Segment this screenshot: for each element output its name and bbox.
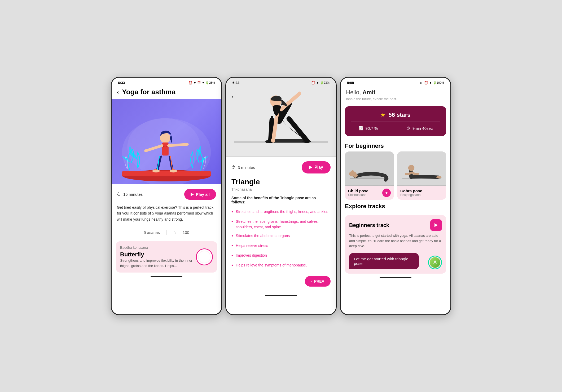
asana-sanskrit: Baddha konasana bbox=[120, 246, 196, 250]
benefits-intro: Some of the benefits of the Triangle pos… bbox=[226, 196, 336, 207]
greeting-subtitle: Inhale the future, exhale the past. bbox=[346, 97, 445, 101]
cobra-pose-sanskrit: Bhujangasana bbox=[400, 193, 422, 197]
svg-rect-5 bbox=[162, 142, 169, 155]
stars-top: ★ 56 stars bbox=[351, 112, 440, 118]
explore-card-header: Beginners track bbox=[349, 219, 442, 231]
home-indicator-1 bbox=[151, 276, 182, 277]
beginner-card-child-pose[interactable]: Child pose Shishuasana ♥ bbox=[345, 152, 394, 200]
play-button-2[interactable]: Play bbox=[302, 161, 331, 173]
child-pose-image bbox=[345, 152, 394, 186]
track-desc: This is perfect to get started with yoga… bbox=[349, 233, 442, 249]
triangle-pose-image bbox=[226, 78, 336, 157]
svg-point-22 bbox=[271, 139, 275, 142]
chat-bubble: Let me get started with triangle pose bbox=[349, 253, 419, 269]
greeting-hello-text: Hello, bbox=[346, 89, 362, 96]
status-icons-2: ⏰ ▾ 🔋23% bbox=[311, 81, 330, 85]
asana-circle bbox=[196, 248, 213, 265]
benefit-item-4: Helps relieve stress bbox=[231, 241, 331, 251]
benefit-item-5: Improves digestion bbox=[231, 251, 331, 261]
beginners-row: Child pose Shishuasana ♥ bbox=[341, 152, 450, 200]
explore-play-button[interactable] bbox=[430, 219, 442, 231]
prev-button[interactable]: ‹ PREV bbox=[305, 276, 331, 287]
beginner-card-cobra-pose[interactable]: Cobra pose Bhujangasana bbox=[397, 152, 446, 200]
back-button-2[interactable]: ‹ bbox=[231, 93, 233, 100]
home-indicator-3 bbox=[380, 277, 411, 278]
play-icon-2 bbox=[309, 166, 312, 169]
asana-name: Butterfly bbox=[120, 251, 196, 258]
asana-circle-inner bbox=[198, 251, 211, 263]
star-icon-3: ★ bbox=[380, 112, 385, 118]
child-pose-info: Child pose Shishuasana bbox=[348, 189, 368, 197]
explore-card: Beginners track This is perfect to get s… bbox=[345, 215, 446, 274]
screen2-triangle-pose: 6:33 ⏰ ▾ 🔋23% ‹ bbox=[225, 77, 337, 315]
status-icons-3: ⊕ ⏰ ▾ 🔋100% bbox=[420, 81, 444, 85]
cobra-pose-info: Cobra pose Bhujangasana bbox=[400, 189, 422, 197]
screen3-dashboard: 8:08 ⊕ ⏰ ▾ 🔋100% Hello, Amit Inhale the … bbox=[340, 77, 451, 315]
wifi-icon-3: ▾ bbox=[430, 81, 431, 85]
explore-play-icon bbox=[434, 223, 438, 227]
benefit-item-1: Stretches and strengthens the thighs, kn… bbox=[231, 207, 331, 217]
status-icons-1: ⏰ ▾ ⏰ ▼ 🔋23% bbox=[188, 81, 215, 85]
timer-play-row-1: ⏱ 15 minutes Play all bbox=[112, 184, 221, 204]
screen1-header: ‹ Yoga for asthma bbox=[112, 86, 221, 99]
pose-subtitle: Trikonasana bbox=[226, 187, 336, 196]
battery-icon-2: 🔋23% bbox=[320, 81, 330, 84]
stats-divider bbox=[166, 230, 166, 235]
screen3-header: Hello, Amit Inhale the future, exhale th… bbox=[341, 86, 450, 103]
svg-point-21 bbox=[298, 91, 301, 95]
wifi-icon-1: ▾ bbox=[194, 81, 196, 85]
status-time-2: 6:33 bbox=[232, 81, 239, 85]
child-pose-name: Child pose bbox=[348, 189, 368, 193]
track-title: Beginners track bbox=[349, 222, 389, 228]
alarm-icon-3: ⏰ bbox=[424, 81, 428, 85]
prev-icon: ‹ bbox=[311, 279, 313, 283]
chat-row: Let me get started with triangle pose A bbox=[349, 253, 442, 269]
cobra-pose-img-inner bbox=[397, 152, 446, 186]
stars-divider bbox=[351, 122, 440, 122]
pose-title: Triangle bbox=[226, 178, 336, 187]
play-all-button[interactable]: Play all bbox=[184, 189, 216, 200]
asana-card-butterfly[interactable]: Baddha konasana Butterfly Strengthens an… bbox=[116, 241, 217, 273]
benefit-item-2: Stretches the hips, groins, hamstrings, … bbox=[231, 217, 331, 231]
stars-count-3: 56 stars bbox=[388, 112, 410, 118]
greeting-line: Hello, Amit bbox=[346, 89, 445, 96]
back-button-1[interactable]: ‹ bbox=[117, 89, 119, 96]
stats-divider-vertical bbox=[392, 126, 392, 131]
stars-stats: 📈 90.7 % ⏱ 9min 40sec bbox=[351, 126, 440, 131]
clock-icon-2: ⏱ bbox=[231, 165, 236, 170]
wifi-icon-2: ▾ bbox=[317, 81, 318, 85]
svg-point-8 bbox=[152, 169, 160, 172]
status-bar-1: 6:33 ⏰ ▾ ⏰ ▼ 🔋23% bbox=[112, 78, 221, 86]
progress-icon: 📈 bbox=[358, 126, 363, 131]
progress-stat: 📈 90.7 % bbox=[358, 126, 378, 131]
timer-label-1: ⏱ 15 minutes bbox=[117, 192, 143, 197]
time-icon: ⏱ bbox=[406, 126, 410, 131]
vpn-icon: ⊕ bbox=[420, 81, 423, 85]
timer-text-1: 15 minutes bbox=[123, 192, 143, 197]
timer-play-row-2: ⏱ 3 minutes Play bbox=[226, 157, 336, 178]
for-beginners-title: For beginners bbox=[341, 139, 450, 152]
timer-text-2: 3 minutes bbox=[238, 165, 255, 170]
status-bar-2: 6:33 ⏰ ▾ 🔋23% bbox=[226, 78, 336, 86]
stats-row: 5 asanas ☆ 100 bbox=[112, 226, 221, 238]
hero-illustration bbox=[112, 99, 221, 184]
child-pose-sanskrit: Shishuasana bbox=[348, 193, 368, 197]
svg-point-9 bbox=[170, 169, 177, 172]
battery-icon-1: ⏰ ▼ 🔋23% bbox=[197, 81, 215, 84]
home-indicator-2 bbox=[265, 295, 297, 296]
play-icon-1 bbox=[191, 193, 194, 196]
clock-icon-1: ⏱ bbox=[117, 192, 121, 197]
svg-rect-3 bbox=[122, 171, 211, 176]
svg-line-7 bbox=[169, 144, 187, 146]
star-icon-1: ☆ bbox=[173, 230, 176, 235]
avatar: A bbox=[430, 257, 440, 268]
heart-button-child[interactable]: ♥ bbox=[382, 189, 391, 197]
cobra-pose-body: Cobra pose Bhujangasana bbox=[397, 186, 446, 199]
screen2-hero-image bbox=[226, 78, 336, 157]
time-value: 9min 40sec bbox=[412, 126, 433, 131]
alarm-icon-1: ⏰ bbox=[188, 81, 192, 85]
cobra-pose-name: Cobra pose bbox=[400, 189, 422, 193]
svg-point-26 bbox=[349, 171, 356, 176]
time-stat: ⏱ 9min 40sec bbox=[406, 126, 433, 131]
prev-btn-row: ‹ PREV bbox=[226, 271, 336, 292]
